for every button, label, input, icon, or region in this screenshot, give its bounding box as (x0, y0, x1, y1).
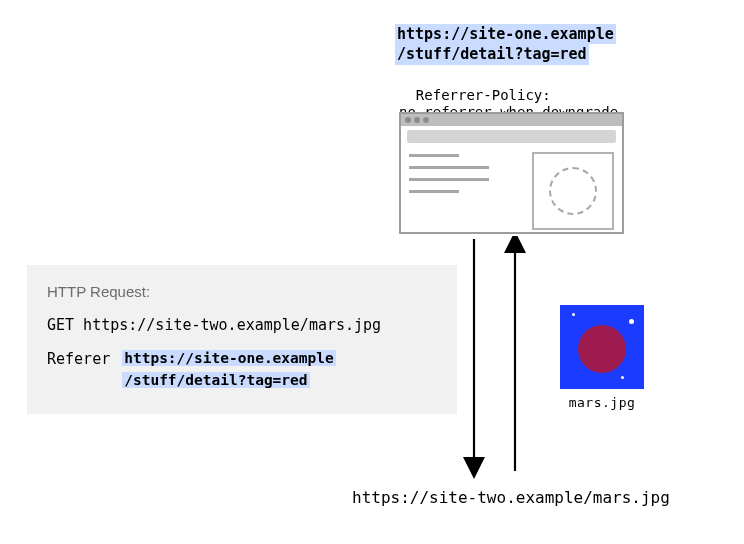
placeholder-circle-icon (549, 167, 597, 215)
referer-line2: /stuff/detail?tag=red (122, 372, 309, 388)
panel-title: HTTP Request: (47, 283, 437, 300)
mars-image-block: mars.jpg (560, 305, 644, 410)
browser-window (399, 112, 624, 234)
http-get-line: GET https://site-two.example/mars.jpg (47, 316, 437, 334)
mars-image (560, 305, 644, 389)
browser-address-bar (407, 130, 616, 143)
requested-resource-url: https://site-two.example/mars.jpg (352, 488, 670, 507)
referer-header-value: https://site-one.example /stuff/detail?t… (122, 348, 336, 392)
request-response-arrows (450, 236, 550, 486)
origin-url-line2: /stuff/detail?tag=red (395, 44, 589, 64)
image-placeholder (532, 152, 614, 230)
http-request-panel: HTTP Request: GET https://site-two.examp… (27, 265, 457, 414)
mars-caption: mars.jpg (560, 395, 644, 410)
browser-titlebar (401, 114, 622, 126)
page-text-lines (409, 152, 522, 230)
policy-key: Referrer-Policy: (416, 87, 551, 103)
referer-line1: https://site-one.example (122, 350, 336, 366)
origin-page-url: https://site-one.example /stuff/detail?t… (395, 24, 616, 65)
referer-header-label: Referer (47, 348, 110, 368)
origin-url-line1: https://site-one.example (395, 24, 616, 44)
